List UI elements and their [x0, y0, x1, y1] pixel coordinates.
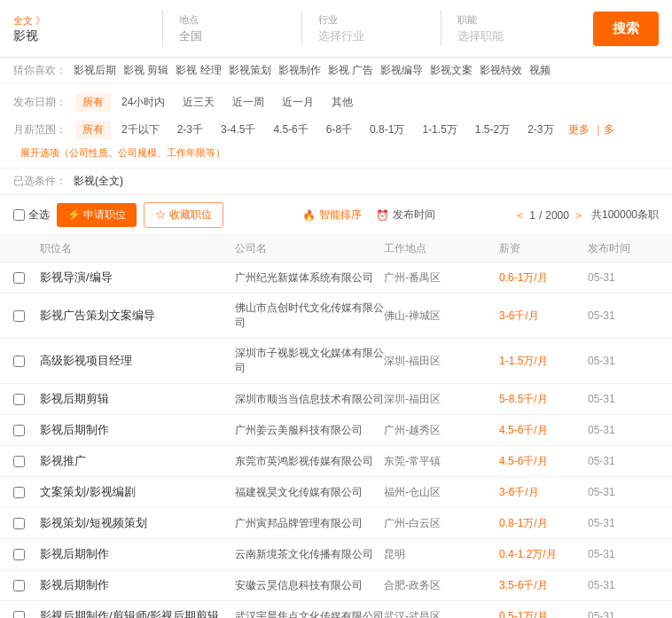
row-checkbox-10[interactable]: [13, 611, 40, 619]
table-row: 文案策划/影视编剧 福建视昊文化传媒有限公司 福州-仓山区 3-6千/月 05-…: [0, 477, 672, 508]
select-all-label: 全选: [28, 207, 50, 223]
row-checkbox-input-8[interactable]: [13, 549, 25, 560]
select-all-input[interactable]: [13, 209, 25, 221]
salary-filter-2-3k[interactable]: 2-3千: [170, 121, 210, 139]
row-checkbox-8[interactable]: [13, 549, 40, 560]
job-location-2: 深圳-福田区: [384, 354, 499, 369]
row-checkbox-5[interactable]: [13, 456, 40, 467]
job-title-8[interactable]: 影视后期制作: [40, 546, 235, 562]
select-all-checkbox[interactable]: 全选: [13, 207, 50, 223]
table-row: 影视后期剪辑 深圳市顺当当信息技术有限公司 深圳-福田区 5-8.5千/月 05…: [0, 384, 672, 415]
hot-search-item[interactable]: 影视 广告: [328, 63, 373, 78]
job-salary-5: 4.5-6千/月: [499, 454, 588, 469]
post-time-1: 05-31: [588, 309, 659, 322]
apply-button[interactable]: ⚡ 申请职位: [57, 203, 137, 227]
function-placeholder[interactable]: 选择职能: [457, 28, 564, 44]
row-checkbox-input-5[interactable]: [13, 456, 25, 467]
row-checkbox-input-7[interactable]: [13, 518, 25, 529]
salary-filter-1.5-2w[interactable]: 1.5-2万: [468, 121, 517, 139]
row-checkbox-input-0[interactable]: [13, 272, 25, 284]
more-filters-btn[interactable]: 更多: [568, 122, 590, 137]
industry-label: 行业: [318, 13, 425, 27]
date-filter-other[interactable]: 其他: [324, 93, 360, 112]
location-value[interactable]: 全国: [179, 28, 285, 44]
job-location-3: 深圳-福田区: [384, 392, 499, 407]
job-location-0: 广州-番禺区: [384, 270, 499, 286]
more-filters-icon[interactable]: ｜多: [593, 122, 614, 137]
row-checkbox-input-1[interactable]: [13, 310, 25, 322]
job-salary-10: 0.5-1万/月: [499, 609, 588, 619]
job-title-5[interactable]: 影视推广: [40, 453, 235, 469]
row-checkbox-9[interactable]: [13, 580, 40, 591]
row-checkbox-2[interactable]: [13, 356, 40, 367]
job-title-7[interactable]: 影视策划/短视频策划: [40, 515, 235, 531]
hot-search-item[interactable]: 影视编导: [380, 63, 423, 78]
hot-search-item[interactable]: 影视 剪辑: [123, 63, 168, 78]
salary-filter-1-1.5w[interactable]: 1-1.5万: [415, 121, 464, 139]
collect-button[interactable]: ☆ 收藏职位: [144, 202, 223, 228]
salary-filter-6-8k[interactable]: 6-8千: [319, 121, 359, 139]
date-filter-all[interactable]: 所有: [75, 93, 111, 112]
hot-search-item[interactable]: 影视制作: [278, 63, 321, 78]
toolbar: 全选 ⚡ 申请职位 ☆ 收藏职位 🔥 智能排序 ⏰ 发布时间 ＜ 1 / 200…: [0, 195, 672, 236]
row-checkbox-1[interactable]: [13, 310, 40, 322]
selected-conditions: 已选条件： 影视(全文): [0, 168, 672, 195]
row-checkbox-input-4[interactable]: [13, 425, 25, 436]
total-count: 共100000条职: [591, 207, 659, 223]
job-title-9[interactable]: 影视后期制作: [40, 577, 235, 593]
job-title-4[interactable]: 影视后期制作: [40, 422, 235, 438]
row-checkbox-4[interactable]: [13, 425, 40, 436]
row-checkbox-input-6[interactable]: [13, 487, 25, 498]
salary-filter-4.5-6k[interactable]: 4.5-6千: [266, 121, 315, 139]
header-title: 职位名: [40, 241, 235, 256]
industry-placeholder[interactable]: 选择行业: [318, 28, 425, 44]
header-salary: 薪资: [499, 241, 588, 256]
job-title-1[interactable]: 影视广告策划文案编导: [40, 308, 235, 324]
prev-page-btn[interactable]: ＜: [514, 207, 526, 223]
date-filter-week[interactable]: 近一周: [225, 93, 271, 112]
keyword-input[interactable]: [13, 29, 155, 43]
row-checkbox-input-3[interactable]: [13, 394, 25, 405]
conditions-label: 已选条件：: [13, 174, 66, 189]
time-sort-btn[interactable]: ⏰ 发布时间: [376, 207, 435, 223]
hot-search-item[interactable]: 视频: [529, 63, 551, 78]
smart-sort-label: 智能排序: [319, 207, 362, 223]
job-title-10[interactable]: 影视后期制作/剪辑师/影视后期剪辑: [40, 608, 235, 618]
salary-filter-3-4.5k[interactable]: 3-4.5千: [214, 121, 262, 139]
divider-2: [301, 11, 302, 46]
company-name-7: 广州寅邦品牌管理有限公司: [235, 516, 384, 531]
row-checkbox-6[interactable]: [13, 487, 40, 498]
search-button[interactable]: 搜索: [593, 12, 659, 46]
date-filter-3days[interactable]: 近三天: [176, 93, 222, 112]
hot-search-item[interactable]: 影视策划: [229, 63, 271, 78]
row-checkbox-3[interactable]: [13, 394, 40, 405]
salary-filter-0.8-1w[interactable]: 0.8-1万: [363, 121, 411, 139]
job-title-0[interactable]: 影视导演/编导: [40, 270, 235, 286]
hot-search-item[interactable]: 影视 经理: [176, 63, 221, 78]
job-title-2[interactable]: 高级影视项目经理: [40, 353, 235, 369]
row-checkbox-input-2[interactable]: [13, 356, 25, 367]
date-filter-month[interactable]: 近一月: [275, 93, 321, 112]
row-checkbox-0[interactable]: [13, 272, 40, 284]
salary-filter-2k[interactable]: 2千以下: [114, 121, 167, 139]
row-checkbox-7[interactable]: [13, 518, 40, 529]
company-name-1: 佛山市点创时代文化传媒有限公司: [235, 301, 384, 331]
salary-filter-2-3w[interactable]: 2-3万: [520, 121, 560, 139]
next-page-btn[interactable]: ＞: [573, 207, 584, 223]
salary-filter-all[interactable]: 所有: [75, 121, 111, 139]
hot-searches: 猜你喜欢： 影视后期 影视 剪辑 影视 经理 影视策划 影视制作 影视 广告 影…: [0, 58, 672, 84]
hot-search-item[interactable]: 影视文案: [430, 63, 473, 78]
hot-searches-label: 猜你喜欢：: [13, 63, 66, 78]
date-filter-24h[interactable]: 24小时内: [114, 93, 172, 112]
row-checkbox-input-9[interactable]: [13, 580, 25, 591]
hot-search-item[interactable]: 影视特效: [480, 63, 522, 78]
job-title-6[interactable]: 文案策划/影视编剧: [40, 484, 235, 500]
keyword-label-text[interactable]: 全文 》: [13, 15, 45, 26]
job-title-3[interactable]: 影视后期剪辑: [40, 391, 235, 407]
company-name-9: 安徽云昊信息科技有限公司: [235, 578, 384, 593]
row-checkbox-input-10[interactable]: [13, 611, 25, 619]
hot-search-item[interactable]: 影视后期: [74, 63, 116, 78]
smart-sort-btn[interactable]: 🔥 智能排序: [302, 207, 362, 223]
time-sort-label: 发布时间: [393, 207, 435, 223]
expand-filters-link[interactable]: 展开选项（公司性质、公司规模、工作年限等）: [20, 147, 225, 158]
